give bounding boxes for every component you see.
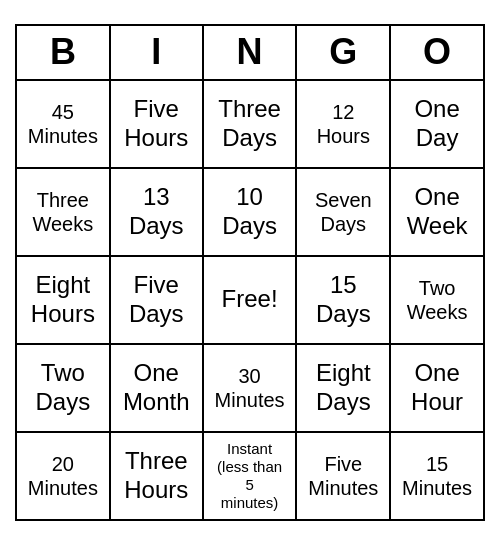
bingo-cell: OneHour (390, 344, 484, 432)
bingo-cell: 20Minutes (16, 432, 110, 520)
bingo-cell: 30Minutes (203, 344, 297, 432)
bingo-cell: 15Days (296, 256, 390, 344)
bingo-cell: Instant(less than5minutes) (203, 432, 297, 520)
bingo-cell: Free! (203, 256, 297, 344)
bingo-cell: ThreeHours (110, 432, 203, 520)
bingo-cell: 15Minutes (390, 432, 484, 520)
bingo-row: EightHoursFiveDaysFree!15DaysTwoWeeks (16, 256, 484, 344)
bingo-cell: 12Hours (296, 80, 390, 168)
bingo-cell: 45Minutes (16, 80, 110, 168)
bingo-cell: ThreeDays (203, 80, 297, 168)
bingo-cell: 10Days (203, 168, 297, 256)
bingo-cell: OneWeek (390, 168, 484, 256)
bingo-cell: TwoWeeks (390, 256, 484, 344)
bingo-cell: TwoDays (16, 344, 110, 432)
bingo-cell: EightDays (296, 344, 390, 432)
bingo-cell: OneDay (390, 80, 484, 168)
bingo-row: ThreeWeeks13Days10DaysSevenDaysOneWeek (16, 168, 484, 256)
bingo-header-cell: G (296, 25, 390, 80)
bingo-cell: OneMonth (110, 344, 203, 432)
bingo-header-cell: N (203, 25, 297, 80)
bingo-card: BINGO 45MinutesFiveHoursThreeDays12Hours… (5, 14, 495, 531)
bingo-row: TwoDaysOneMonth30MinutesEightDaysOneHour (16, 344, 484, 432)
bingo-cell: EightHours (16, 256, 110, 344)
bingo-cell: SevenDays (296, 168, 390, 256)
bingo-cell: FiveHours (110, 80, 203, 168)
bingo-cell: FiveDays (110, 256, 203, 344)
bingo-row: 20MinutesThreeHoursInstant(less than5min… (16, 432, 484, 520)
bingo-header-cell: B (16, 25, 110, 80)
bingo-cell: FiveMinutes (296, 432, 390, 520)
bingo-cell: 13Days (110, 168, 203, 256)
bingo-header-cell: I (110, 25, 203, 80)
bingo-cell: ThreeWeeks (16, 168, 110, 256)
bingo-header-row: BINGO (16, 25, 484, 80)
bingo-header-cell: O (390, 25, 484, 80)
bingo-table: BINGO 45MinutesFiveHoursThreeDays12Hours… (15, 24, 485, 521)
bingo-row: 45MinutesFiveHoursThreeDays12HoursOneDay (16, 80, 484, 168)
